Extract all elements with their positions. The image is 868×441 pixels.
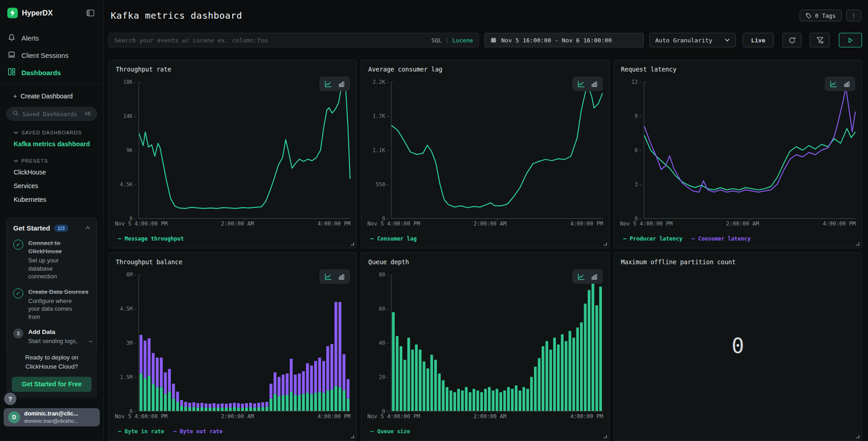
step-title: Create Data Sources	[28, 288, 88, 295]
get-started-free-button[interactable]: Get Started for Free	[12, 377, 92, 392]
resize-handle[interactable]	[351, 242, 354, 246]
line-chart-icon[interactable]	[324, 80, 332, 87]
resize-handle[interactable]	[856, 242, 859, 246]
sidebar-item-services[interactable]: Services	[0, 179, 103, 193]
app-name: HyperDX	[22, 9, 87, 17]
panel-average-consumer-lag: Average consumer lag 05501.1K1.7K2.2K No…	[361, 60, 609, 248]
step-desc: Set up your database connection	[28, 256, 82, 281]
chart-legend: — Producer latency— Consumer latency	[623, 236, 751, 242]
bar-chart-icon[interactable]	[591, 80, 598, 87]
chart-type-toggle	[572, 77, 603, 91]
bar-chart-icon[interactable]	[338, 273, 345, 280]
step-title: Connect to ClickHouse	[28, 240, 62, 255]
event-search-box: SQL | Lucene	[108, 33, 479, 47]
sidebar-item-kafka-dashboard[interactable]: Kafka metrics dashboard	[0, 137, 103, 151]
line-chart-icon[interactable]	[830, 80, 837, 87]
run-query-button[interactable]	[839, 33, 862, 47]
plot-area[interactable]	[139, 275, 350, 411]
saved-dashboards-search[interactable]: ⌘K	[6, 107, 97, 121]
resize-handle[interactable]	[856, 435, 859, 438]
panel-throughput-balance: Throughput balance 01.5M3M4.5M6M Nov 5 4…	[108, 252, 357, 441]
page-header: Kafka metrics dashboard 0 Tags ⋮	[108, 0, 862, 26]
resize-handle[interactable]	[351, 435, 354, 438]
sidebar-nav: Alerts Client Sessions Dashboards	[0, 29, 103, 85]
step-number-badge: 3	[13, 328, 23, 338]
chart-title: Request latency	[621, 66, 677, 73]
more-menu-button[interactable]: ⋮	[846, 10, 861, 21]
legend-item: — Consumer latency	[692, 236, 751, 242]
sidebar-item-label: Client Sessions	[21, 51, 68, 59]
sidebar-item-dashboards[interactable]: Dashboards	[0, 64, 103, 81]
chart-legend: — Byte in rate— Byte out rate	[118, 428, 223, 435]
dashboard-grid-icon	[8, 68, 15, 77]
sidebar-item-label: Alerts	[21, 34, 39, 42]
chart-type-toggle	[825, 77, 855, 91]
get-started-step-1[interactable]: ✓ Connect to ClickHouse Set up your data…	[13, 239, 90, 281]
resize-handle[interactable]	[604, 242, 607, 246]
plot-area[interactable]	[391, 275, 602, 411]
tag-icon	[806, 13, 812, 19]
sidebar-item-client-sessions[interactable]: Client Sessions	[0, 46, 103, 64]
filter-edit-icon	[816, 36, 824, 44]
chart-title: Throughput rate	[116, 66, 171, 73]
legend-item: — Queue size	[370, 428, 410, 435]
user-menu[interactable]: D dominic.tran@clic... dominic.tran@clic…	[4, 408, 100, 426]
plot-area[interactable]	[391, 82, 602, 219]
x-axis-labels: Nov 5 4:00:00 PM2:00:00 AM4:00:00 PM	[367, 220, 603, 228]
get-started-title: Get Started	[13, 224, 50, 232]
y-axis-labels: 05501.1K1.7K2.2K	[365, 82, 389, 219]
legend-item: — Byte in rate	[118, 428, 164, 435]
date-range-picker[interactable]: Nov 5 16:00:00 - Nov 6 16:00:00	[484, 33, 644, 47]
chart-legend: — Consumer lag	[370, 236, 416, 242]
bar-chart-icon[interactable]	[338, 80, 345, 87]
chevron-up-icon[interactable]	[85, 226, 90, 230]
bar-chart-icon[interactable]	[843, 80, 850, 87]
cloud-promo-text: Ready to deploy on ClickHouse Cloud?	[12, 353, 92, 372]
get-started-card: Get Started 2/3 ✓ Connect to ClickHouse …	[6, 218, 97, 359]
saved-dashboards-search-input[interactable]	[22, 111, 81, 118]
resize-handle[interactable]	[604, 435, 607, 438]
granularity-select[interactable]: Auto Granularity	[649, 33, 736, 47]
sidebar-item-alerts[interactable]: Alerts	[0, 29, 103, 46]
progress-badge: 2/3	[54, 225, 68, 232]
bar-chart-icon[interactable]	[591, 273, 598, 280]
plot-area[interactable]	[139, 82, 350, 219]
sidebar: HyperDX Alerts Client Sessions Dashboard…	[0, 0, 104, 441]
date-range-value: Nov 5 16:00:00 - Nov 6 16:00:00	[501, 37, 612, 44]
bell-icon	[8, 33, 15, 42]
saved-dashboards-section-header[interactable]: SAVED DASHBOARDS	[0, 123, 103, 137]
plot-area[interactable]	[644, 82, 855, 219]
event-search-input[interactable]	[114, 37, 428, 44]
calendar-icon	[490, 37, 497, 43]
legend-item: — Message throughput	[118, 236, 184, 242]
refresh-button[interactable]	[782, 33, 801, 47]
user-email: dominic.tran@clickho...	[24, 418, 78, 424]
filter-button[interactable]	[810, 33, 830, 47]
avatar: D	[8, 411, 20, 423]
panel-throughput-rate: Throughput rate 04.5K9K14K18K Nov 5 4:00…	[108, 60, 357, 248]
legend-item: — Byte out rate	[173, 428, 222, 435]
chevron-down-icon	[14, 159, 18, 163]
chart-title: Throughput balance	[116, 258, 182, 266]
line-chart-icon[interactable]	[324, 273, 332, 280]
chart-legend: — Message throughput	[118, 236, 184, 242]
tags-button[interactable]: 0 Tags	[800, 10, 842, 21]
chart-type-toggle	[319, 77, 350, 91]
sidebar-item-kubernetes[interactable]: Kubernetes	[0, 193, 103, 206]
sidebar-item-clickhouse[interactable]: ClickHouse	[0, 165, 103, 179]
lucene-toggle[interactable]: Lucene	[452, 37, 473, 44]
collapse-sidebar-icon[interactable]	[87, 10, 94, 16]
line-chart-icon[interactable]	[577, 273, 585, 280]
y-axis-labels: 036912	[618, 82, 642, 219]
line-chart-icon[interactable]	[577, 80, 585, 87]
language-divider: |	[445, 37, 449, 44]
help-button[interactable]: ?	[4, 393, 16, 405]
live-button[interactable]: Live	[743, 33, 774, 47]
legend-item: — Producer latency	[623, 236, 683, 242]
get-started-step-2[interactable]: ✓ Create Data Sources Configure where yo…	[13, 287, 90, 321]
shortcut-hint: ⌘K	[85, 111, 91, 117]
dashboard-grid: Throughput rate 04.5K9K14K18K Nov 5 4:00…	[108, 60, 862, 441]
create-dashboard-button[interactable]: +Create Dashboard	[0, 85, 103, 103]
sql-toggle[interactable]: SQL	[431, 37, 442, 44]
presets-section-header[interactable]: PRESETS	[0, 151, 103, 165]
